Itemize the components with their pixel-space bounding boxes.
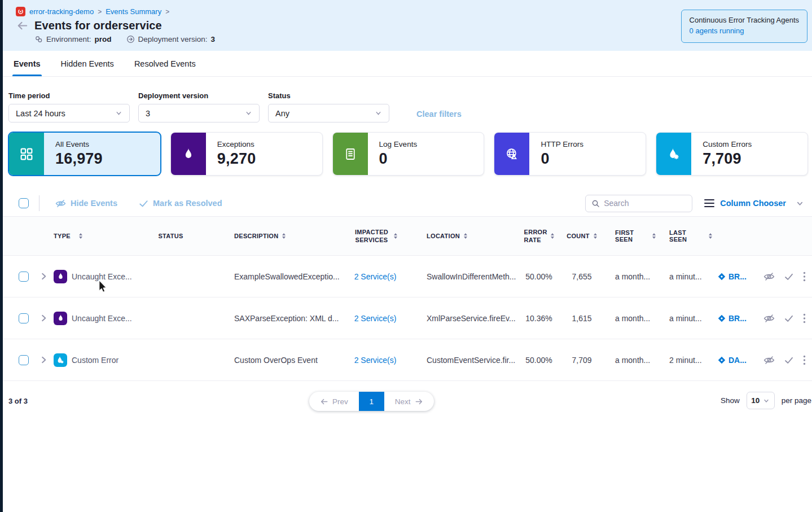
arrow-left-icon	[320, 397, 328, 406]
clear-filters-button[interactable]: Clear filters	[416, 110, 462, 119]
back-arrow-icon[interactable]	[16, 19, 29, 32]
card-http-errors[interactable]: HTTP Errors 0	[494, 132, 646, 176]
collapsed-nav-rail[interactable]	[0, 0, 3, 512]
chevron-down-icon[interactable]	[796, 199, 804, 208]
status-value: Any	[275, 109, 289, 118]
mark-resolved-button[interactable]: Mark as Resolved	[139, 199, 222, 208]
event-description: ExampleSwallowedExceptio...	[203, 272, 344, 281]
deployment-label: Deployment version:	[138, 35, 208, 43]
check-icon	[139, 199, 148, 208]
header-last-seen[interactable]: LAST SEEN	[656, 229, 712, 243]
chevron-down-icon	[245, 110, 252, 117]
error-rate: 50.00%	[513, 356, 564, 365]
header-description[interactable]: DESCRIPTION	[203, 233, 344, 239]
card-custom-errors[interactable]: Custom Errors 7,709	[656, 132, 808, 176]
status-label: Status	[268, 91, 389, 100]
environment-label: Environment:	[46, 35, 91, 43]
assignee-link[interactable]: BR...	[728, 272, 747, 281]
impacted-services-link[interactable]: 2 Service(s)	[354, 356, 397, 365]
last-seen: 2 minut...	[656, 356, 712, 365]
eye-slash-icon[interactable]	[763, 355, 775, 366]
error-tracking-module-icon	[16, 7, 25, 16]
sort-icon	[79, 233, 82, 239]
event-description: SAXParseException: XML d...	[203, 314, 344, 323]
header-type[interactable]: TYPE	[54, 233, 138, 239]
expand-chevron-icon[interactable]	[39, 313, 49, 323]
eye-slash-icon[interactable]	[763, 271, 775, 282]
tab-hidden-events[interactable]: Hidden Events	[61, 51, 114, 76]
page-size-select[interactable]: 10	[747, 392, 775, 409]
prev-label: Prev	[332, 397, 348, 406]
event-location: SwallowInDifferentMeth...	[406, 272, 513, 281]
card-exceptions[interactable]: Exceptions 9,270	[170, 132, 323, 176]
table-footer: 3 of 3 Prev 1 Next Show 10 per page	[3, 389, 812, 423]
kebab-menu-icon[interactable]	[803, 272, 806, 282]
event-count: 7,655	[564, 272, 599, 281]
table-row: Uncaught Exce... SAXParseException: XML …	[3, 297, 812, 339]
prev-page-button[interactable]: Prev	[309, 392, 359, 411]
card-label: Custom Errors	[703, 140, 752, 148]
deployment-version-select[interactable]: 3	[138, 104, 260, 122]
search-input[interactable]	[604, 199, 677, 208]
time-period-select[interactable]: Last 24 hours	[8, 104, 130, 122]
card-value: 0	[379, 150, 418, 168]
globe-icon	[494, 133, 529, 175]
kebab-menu-icon[interactable]	[803, 313, 806, 323]
hide-events-button[interactable]: Hide Events	[55, 198, 117, 209]
mark-resolved-label: Mark as Resolved	[153, 199, 222, 208]
search-box	[585, 195, 692, 212]
expand-chevron-icon[interactable]	[39, 355, 49, 365]
page-size-value: 10	[751, 396, 760, 405]
last-seen: a minut...	[656, 272, 712, 281]
kebab-menu-icon[interactable]	[803, 355, 806, 365]
table-row: Uncaught Exce... ExampleSwallowedExcepti…	[3, 256, 812, 297]
impacted-services-link[interactable]: 2 Service(s)	[354, 272, 397, 281]
card-all-events[interactable]: All Events 16,979	[8, 132, 161, 176]
tab-events[interactable]: Events	[14, 51, 41, 76]
check-icon[interactable]	[784, 313, 794, 323]
event-type: Custom Error	[72, 356, 118, 365]
events-page: error-tracking-demo > Events Summary > E…	[3, 0, 812, 423]
column-chooser-button[interactable]: Column Chooser	[720, 199, 786, 208]
event-count: 7,709	[564, 356, 599, 365]
breadcrumb-project-link[interactable]: error-tracking-demo	[29, 7, 94, 16]
select-all-checkbox[interactable]	[19, 198, 29, 208]
status-select[interactable]: Any	[268, 104, 389, 122]
row-checkbox[interactable]	[19, 272, 29, 282]
column-chooser-icon[interactable]	[704, 199, 714, 208]
header-first-seen[interactable]: FIRST SEEN	[599, 229, 656, 243]
error-rate: 50.00%	[513, 272, 564, 281]
table-toolbar: Hide Events Mark as Resolved Column Choo…	[3, 193, 812, 213]
page-number-button[interactable]: 1	[359, 392, 384, 411]
rows-count: 3 of 3	[8, 397, 28, 405]
tab-resolved-events[interactable]: Resolved Events	[134, 51, 196, 76]
agents-card: Continuous Error Tracking Agents 0 agent…	[681, 10, 807, 43]
row-checkbox[interactable]	[19, 313, 29, 323]
check-icon[interactable]	[784, 355, 794, 365]
check-icon[interactable]	[784, 272, 794, 282]
card-value: 9,270	[217, 150, 256, 168]
eye-slash-icon[interactable]	[763, 313, 775, 324]
breadcrumb-section-link[interactable]: Events Summary	[106, 7, 161, 16]
agents-running-link[interactable]: 0 agents running	[690, 26, 799, 37]
row-checkbox[interactable]	[19, 355, 29, 365]
assignee-cell: BR...	[712, 272, 753, 281]
last-seen: a minut...	[656, 314, 712, 323]
assignee-link[interactable]: BR...	[728, 314, 747, 323]
card-log-events[interactable]: Log Events 0	[332, 132, 485, 176]
sort-icon	[551, 233, 554, 239]
sort-icon	[282, 233, 286, 239]
deployment-version-icon	[126, 35, 135, 43]
sort-icon	[464, 233, 467, 239]
impacted-services-link[interactable]: 2 Service(s)	[354, 314, 397, 323]
next-page-button[interactable]: Next	[384, 392, 434, 411]
assignee-link[interactable]: DA...	[728, 356, 747, 365]
deployment-meta: Deployment version: 3	[126, 35, 216, 43]
chevron-down-icon	[375, 110, 382, 117]
expand-chevron-icon[interactable]	[39, 272, 49, 281]
header-count[interactable]: COUNT	[564, 233, 599, 239]
header-location[interactable]: LOCATION	[406, 233, 513, 239]
header-error-rate[interactable]: ERROR RATE	[513, 228, 564, 244]
header-impacted-services[interactable]: IMPACTED SERVICES	[344, 228, 406, 244]
sort-icon	[594, 233, 597, 239]
